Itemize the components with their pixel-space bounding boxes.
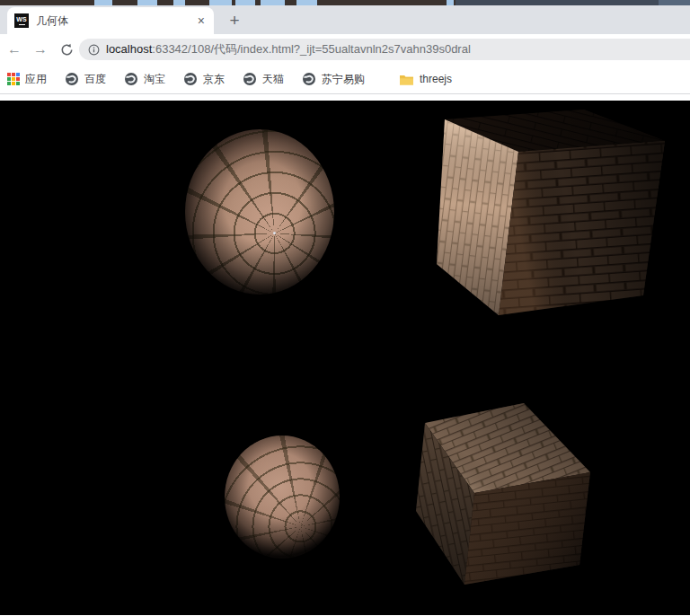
bookmark-baidu[interactable]: 百度 (65, 72, 106, 87)
bookmark-jd[interactable]: 京东 (183, 72, 225, 87)
webstorm-favicon-icon: WS (14, 13, 29, 28)
globe-icon (65, 72, 79, 86)
reload-icon[interactable] (55, 38, 78, 61)
bookmark-label: 应用 (25, 72, 47, 87)
globe-icon (302, 72, 316, 86)
threejs-canvas[interactable] (0, 101, 690, 615)
url-path: :63342/108/代码/index.html?_ijt=55ualtavnl… (152, 42, 471, 56)
brick-cube-small (416, 403, 590, 585)
bookmark-label: 百度 (84, 72, 106, 87)
bookmark-suning[interactable]: 苏宁易购 (302, 72, 365, 87)
tab-title: 几何体 (36, 13, 189, 29)
url-host: localhost (106, 42, 152, 56)
tab-bar: WS 几何体 × + (0, 5, 690, 34)
navigation-toolbar: ← → localhost:63342/108/代码/index.html?_i… (0, 34, 690, 65)
bookmark-label: 天猫 (262, 72, 284, 87)
globe-icon (243, 72, 257, 86)
browser-window: WS 几何体 × + ← → localhost:63342/108/代码/in… (0, 0, 690, 616)
address-bar[interactable]: localhost:63342/108/代码/index.html?_ijt=5… (79, 39, 690, 60)
brick-sphere-pole-view (185, 129, 334, 295)
apps-grid-icon (7, 73, 20, 85)
bookmark-label: 淘宝 (144, 72, 165, 87)
brick-cubes-layer (0, 101, 690, 615)
back-icon[interactable]: ← (3, 38, 26, 61)
bookmark-apps[interactable]: 应用 (7, 72, 47, 87)
page-top-gap (0, 94, 690, 101)
tab-geometry[interactable]: WS 几何体 × (7, 7, 214, 34)
brick-cube-large (437, 110, 665, 315)
folder-icon (399, 73, 414, 86)
page-info-icon[interactable] (88, 44, 100, 56)
bookmark-label: 京东 (203, 72, 225, 87)
bookmark-tmall[interactable]: 天猫 (243, 72, 284, 87)
new-tab-button[interactable]: + (223, 9, 246, 32)
brick-sphere-side-view (225, 436, 340, 559)
url-text: localhost:63342/108/代码/index.html?_ijt=5… (106, 41, 471, 57)
globe-icon (124, 72, 138, 86)
bookmark-label: 苏宁易购 (322, 72, 365, 87)
tab-close-icon[interactable]: × (196, 13, 207, 28)
bookmark-taobao[interactable]: 淘宝 (124, 72, 165, 87)
bookmarks-bar: 应用 百度 淘宝 京东 (0, 65, 690, 94)
forward-icon[interactable]: → (29, 38, 52, 61)
bookmark-label: threejs (420, 73, 452, 85)
globe-icon (183, 72, 198, 86)
bookmark-folder-threejs[interactable]: threejs (399, 73, 452, 86)
